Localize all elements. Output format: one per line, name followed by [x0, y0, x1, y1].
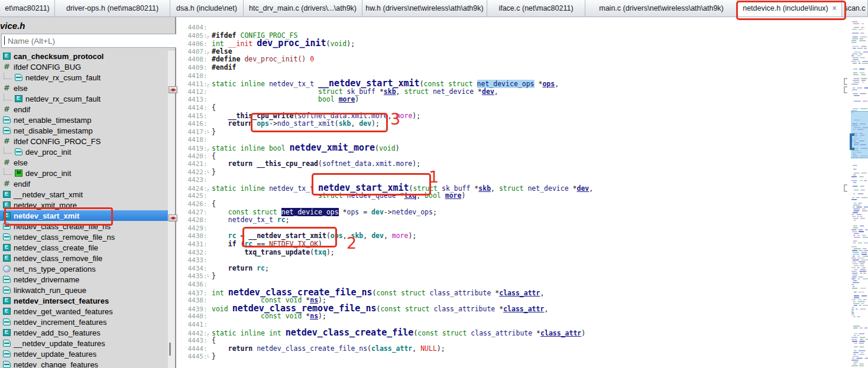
tab-main-c-drivers-net-wireless-ath-ath9k-[interactable]: main.c (drivers\net\wireless\ath\ath9k)	[585, 0, 738, 17]
code-line-4442[interactable]: 4442:┌static inline int netdev_class_cre…	[176, 329, 843, 337]
code-line-4444[interactable]: 4444: return netdev_class_create_file_ns…	[176, 345, 843, 353]
sidebar-item-net-ns-type-operations[interactable]: net_ns_type_operations	[0, 263, 168, 274]
sidebar-item-netdev-rx-csum-fault[interactable]: netdev_rx_csum_fault	[0, 72, 168, 83]
sidebar-item-can-checksum-protocol[interactable]: can_checksum_protocol	[0, 51, 168, 61]
code-line-4435[interactable]: 4435:└}	[176, 272, 843, 281]
code-line-4406[interactable]: 4406:int __init dev_proc_init(void);	[176, 40, 843, 48]
code-line-4407[interactable]: 4407:┌#else	[176, 48, 843, 56]
code-line-4431[interactable]: 4431: if (rc == NETDEV_TX_OK)	[176, 240, 843, 249]
sidebar-item-endif[interactable]: endif	[0, 104, 168, 115]
tab-iface-c-net-mac80211-[interactable]: iface.c (net\mac80211)	[487, 0, 585, 17]
line-number: 4439	[184, 305, 203, 314]
sidebar-item-else[interactable]: else	[0, 157, 168, 168]
sidebar-item-net-enable-timestamp[interactable]: net_enable_timestamp	[0, 115, 168, 125]
sidebar-item-dev-proc-init[interactable]: dev_proc_init	[0, 146, 168, 157]
code-line-4441[interactable]: 4441:	[176, 321, 843, 329]
code-text: txq_trans_update(txq);	[212, 249, 335, 257]
sidebar-item-netdev-class-remove-file-ns[interactable]: netdev_class_remove_file_ns	[0, 232, 168, 242]
code-editor[interactable]: 4404:4405:┌#ifdef CONFIG_PROC_FS4406:int…	[176, 17, 843, 368]
sidebar-scrollbar-thumb[interactable]	[169, 343, 171, 356]
code-line-4433[interactable]: 4433:	[176, 256, 843, 265]
sidebar-item-else[interactable]: else	[0, 83, 168, 93]
code-line-4409[interactable]: 4409:#endif	[176, 64, 843, 72]
function-icon	[3, 53, 11, 60]
function-icon	[15, 95, 22, 102]
fold-marker: └	[206, 169, 212, 177]
sidebar-item-endif[interactable]: endif	[0, 178, 168, 189]
sidebar-item-netdev-class-remove-file[interactable]: netdev_class_remove_file	[0, 253, 168, 263]
sidebar-item--netdev-start-xmit[interactable]: __netdev_start_xmit	[0, 189, 168, 200]
sidebar-item-netdev-add-tso-features[interactable]: netdev_add_tso_features	[0, 327, 168, 338]
code-minimap[interactable]	[844, 17, 868, 368]
sidebar-item-net-disable-timestamp[interactable]: net_disable_timestamp	[0, 125, 168, 136]
line-number-colon: :	[203, 176, 206, 184]
code-line-4416[interactable]: 4416: return ops->ndo_start_xmit(skb, de…	[176, 120, 843, 128]
sidebar-item-netdev-rx-csum-fault[interactable]: netdev_rx_csum_fault	[0, 93, 168, 104]
tab-driver-ops-h-net-mac80211-[interactable]: driver-ops.h (net\mac80211)	[55, 0, 170, 17]
sidebar-item--netdev-update-features[interactable]: __netdev_update_features	[0, 338, 168, 349]
sidebar-item-label: netdev_class_remove_file	[14, 254, 102, 263]
code-line-4439[interactable]: 4439:void netdev_class_remove_file_ns(co…	[176, 305, 843, 313]
function-icon	[3, 191, 11, 198]
code-line-4413[interactable]: 4413: bool more)	[176, 96, 843, 104]
close-icon[interactable]: ×	[833, 4, 837, 12]
code-line-4443[interactable]: 4443:{	[176, 337, 843, 345]
code-line-4428[interactable]: 4428: netdev_tx_t rc;	[176, 216, 843, 224]
code-text: #endif	[212, 64, 237, 72]
code-line-4417[interactable]: 4417:└}	[176, 128, 843, 136]
code-line-4426[interactable]: 4426:{	[176, 200, 843, 209]
code-line-4408[interactable]: 4408:#define dev_proc_init() 0	[176, 56, 843, 64]
tab-et-mac80211-[interactable]: et\mac80211)	[0, 0, 55, 17]
code-line-4420[interactable]: 4420:{	[176, 152, 843, 161]
code-line-4429[interactable]: 4429:	[176, 224, 843, 233]
sidebar-item-netdev-increment-features[interactable]: netdev_increment_features	[0, 317, 168, 327]
tab-htc-drv-main-c-drivers-ath9k-[interactable]: htc_drv_main.c (drivers\...\ath9k)	[244, 0, 362, 17]
sidebar-item-netdev-drivername[interactable]: netdev_drivername	[0, 274, 168, 285]
sidebar-item-netdev-update-features[interactable]: netdev_update_features	[0, 349, 168, 359]
tab-hw-h-drivers-net-wireless-ath-ath9k-[interactable]: hw.h (drivers\net\wireless\ath\ath9k)	[362, 0, 487, 17]
code-line-4418[interactable]: 4418:	[176, 136, 843, 144]
sidebar-item-ifdef-config-bug[interactable]: ifdef CONFIG_BUG	[0, 61, 168, 72]
sidebar-item-netdev-intersect-features[interactable]: netdev_intersect_features	[0, 295, 168, 306]
symbol-search-input[interactable]	[1, 34, 182, 48]
line-number: 4440	[184, 312, 203, 321]
code-line-4414[interactable]: 4414:{	[176, 104, 843, 112]
tab-dsa-h-include-net-[interactable]: dsa.h (include\net)	[170, 0, 244, 17]
code-line-4440[interactable]: 4440: const void *ns);	[176, 312, 843, 321]
code-line-4434[interactable]: 4434: return rc;	[176, 265, 843, 273]
sidebar-item-netdev-xmit-more[interactable]: netdev_xmit_more	[0, 200, 168, 210]
sidebar-item-netdev-class-create-file-ns[interactable]: netdev_class_create_file_ns	[0, 221, 168, 232]
code-line-4422[interactable]: 4422:└}	[176, 168, 843, 177]
tab-netdevice-h-include-linux-[interactable]: netdevice.h (include\linux)×	[738, 0, 842, 17]
line-number: 4413	[184, 96, 203, 104]
sidebar-item-netdev-class-create-file[interactable]: netdev_class_create_file	[0, 242, 168, 253]
sidebar-scrollbar-track[interactable]	[168, 51, 175, 368]
code-line-4421[interactable]: 4421: return __this_cpu_read(softnet_dat…	[176, 160, 843, 168]
tab-scan-c[interactable]: scan.c	[842, 0, 868, 17]
code-line-4430[interactable]: 4430: rc = __netdev_start_xmit(ops, skb,…	[176, 232, 843, 240]
sidebar-item-netdev-get-wanted-features[interactable]: netdev_get_wanted_features	[0, 306, 168, 317]
tab-label: et\mac80211)	[5, 4, 50, 12]
code-line-4411[interactable]: ◀▶4411:┌static inline netdev_tx_t __netd…	[176, 80, 843, 88]
code-line-4432[interactable]: 4432: txq_trans_update(txq);	[176, 249, 843, 257]
line-number-colon: :	[203, 224, 206, 233]
code-line-4410[interactable]: 4410:	[176, 72, 843, 80]
sidebar-item-dev-proc-init[interactable]: dev_proc_init	[0, 168, 168, 178]
code-line-4437[interactable]: 4437:int netdev_class_create_file_ns(con…	[176, 289, 843, 297]
tree-connector	[4, 168, 12, 175]
sidebar-item-linkwatch-run-queue[interactable]: linkwatch_run_queue	[0, 285, 168, 295]
sidebar-item-label: netdev_xmit_more	[14, 201, 77, 210]
code-line-4423[interactable]: 4423:	[176, 176, 843, 184]
code-line-4424[interactable]: 4424:┌static inline netdev_tx_t netdev_s…	[176, 184, 843, 193]
code-line-4445[interactable]: 4445:└}	[176, 353, 843, 361]
code-line-4404[interactable]: 4404:	[176, 24, 843, 32]
code-line-4419[interactable]: 4419:┌static inline bool netdev_xmit_mor…	[176, 144, 843, 152]
sidebar-item-netdev-change-features[interactable]: netdev_change_features	[0, 359, 168, 368]
code-line-4412[interactable]: 4412: struct sk_buff *skb, struct net_de…	[176, 88, 843, 96]
code-line-4425[interactable]: 4425: struct netdev_queue *txq, bool mor…	[176, 192, 843, 200]
sidebar-item-ifdef-config-proc-fs[interactable]: ifdef CONFIG_PROC_FS	[0, 136, 168, 146]
sidebar-item-label: can_checksum_protocol	[14, 52, 103, 61]
code-line-4415[interactable]: 4415: __this_cpu_write(softnet_data.xmit…	[176, 112, 843, 121]
code-line-4427[interactable]: ◀▶4427: const struct net_device_ops *ops…	[176, 209, 843, 217]
sidebar-item-netdev-start-xmit[interactable]: netdev_start_xmit	[0, 210, 168, 221]
